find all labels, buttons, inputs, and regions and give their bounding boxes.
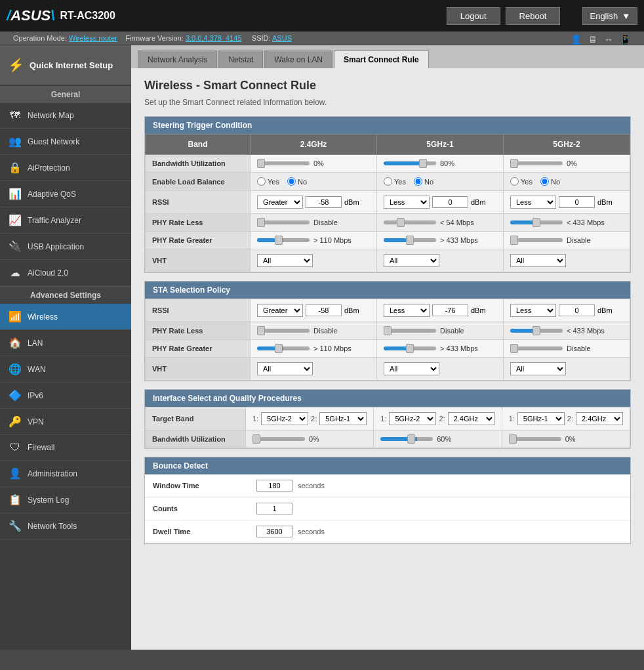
sidebar-item-ipv6[interactable]: 🔷 IPv6 [0,383,131,409]
op-mode-link[interactable]: Wireless router [69,34,117,42]
tb-52-1-select[interactable]: 5GHz-25GHz-12.4GHz [517,412,565,425]
logout-button[interactable]: Logout [447,7,500,25]
sidebar-item-wireless[interactable]: 📶 Wireless [0,304,131,330]
phy-greater-24-slider[interactable] [257,238,310,242]
lb-24-no[interactable]: No [287,177,307,186]
counts-input[interactable] [256,503,292,514]
lb-51-no[interactable]: No [414,177,433,186]
info-bar: Operation Mode: Wireless router Firmware… [0,31,644,45]
bw-52-slider[interactable] [510,161,563,165]
rssi-sta-51-op-select[interactable]: GreaterLess [384,304,430,317]
network-icon[interactable]: 🖥 [588,34,597,45]
sidebar-item-network-tools[interactable]: 🔧 Network Tools [0,513,131,539]
sidebar-item-lan[interactable]: 🏠 LAN [0,330,131,356]
dwell-time-input[interactable] [256,526,292,537]
bw-51-slider[interactable] [384,161,436,165]
vht-sta-24-select[interactable]: AllVHT onlynon-VHT [257,362,313,375]
tb-51-1-select[interactable]: 5GHz-25GHz-12.4GHz [389,412,436,425]
bw-52-cell: 0% [504,155,630,173]
sidebar-item-aiprotection[interactable]: 🔒 AiProtection [0,155,131,181]
lb-52-yes[interactable]: Yes [510,177,533,186]
reboot-button[interactable]: Reboot [506,7,561,25]
bw-24-slider[interactable] [257,161,310,165]
target-band-24-cell: 1: 5GHz-25GHz-12.4GHz 2: 5GHz-25GHz-12.4… [245,408,373,430]
phy-greater-sta-24-slider[interactable] [257,346,310,350]
phy-less-sta-51-value: Disable [440,327,464,335]
vht-sta-51-select[interactable]: AllVHT onlynon-VHT [384,362,439,375]
rssi-sta-52-input[interactable] [559,304,595,316]
sidebar-item-adaptive-qos[interactable]: 📊 Adaptive QoS [0,181,131,207]
window-time-input[interactable] [256,480,292,492]
rssi-sta-24-input[interactable] [306,304,342,316]
tb-24-2-select[interactable]: 5GHz-25GHz-12.4GHz [319,412,367,425]
phy-greater-51-slider[interactable] [384,238,436,242]
fw-link[interactable]: 3.0.0.4.378_4145 [186,34,242,42]
bw-isp-51-slider[interactable] [380,437,433,441]
sidebar-item-vpn[interactable]: 🔑 VPN [0,409,131,435]
lightning-icon: ⚡ [8,57,24,73]
rssi-sta-24-op-select[interactable]: GreaterLess [257,304,303,317]
bw-isp-52-slider[interactable] [509,437,561,441]
phy-less-sta-52-slider[interactable] [510,329,563,333]
table-row: VHT AllVHT onlynon-VHT AllVHT onlynon-VH… [146,358,630,381]
phy-less-52-slider[interactable] [510,220,563,224]
lb-52-cell: Yes No [504,173,630,191]
phy-greater-sta-52-slider[interactable] [510,346,563,350]
sidebar-item-guest-network[interactable]: 👥 Guest Network [0,129,131,155]
rssi-24-op-select[interactable]: GreaterLess [257,196,303,209]
phy-less-24-slider[interactable] [257,220,310,224]
phy-greater-sta-51-slider[interactable] [384,346,436,350]
tab-smart-connect-rule[interactable]: Smart Connect Rule [334,51,429,68]
network-map-icon: 🗺 [8,110,22,121]
sidebar-item-aicloud[interactable]: ☁ AiCloud 2.0 [0,260,131,286]
phy-less-sta-24-slider[interactable] [257,329,310,333]
sidebar-item-wan[interactable]: 🌐 WAN [0,356,131,383]
phy-less-51-slider[interactable] [384,220,436,224]
phy-greater-51-cell: > 433 Mbps [377,232,504,249]
rssi-51-input[interactable] [432,196,468,208]
table-row: RSSI GreaterLess dBm [146,299,630,322]
rssi-sta-52-op-select[interactable]: GreaterLess [510,304,556,317]
share-icon[interactable]: ↔ [604,34,613,45]
bw-isp-24-slider[interactable] [252,437,305,441]
user-icon[interactable]: 👤 [571,34,582,45]
rssi-sta-51-input[interactable] [432,304,468,316]
vht-51-select[interactable]: AllVHT onlynon-VHT [384,254,439,267]
tablet-icon[interactable]: 📱 [620,34,631,45]
sidebar-item-firewall[interactable]: 🛡 Firewall [0,435,131,461]
sidebar-item-system-log[interactable]: 📋 System Log [0,487,131,513]
sidebar-item-network-map[interactable]: 🗺 Network Map [0,103,131,129]
tb-52-2-select[interactable]: 5GHz-25GHz-12.4GHz [576,412,623,425]
sidebar-item-usb-application[interactable]: 🔌 USB Application [0,234,131,260]
lb-24-yes[interactable]: Yes [257,177,279,186]
rssi-51-op-select[interactable]: GreaterLess [384,196,430,209]
phy-greater-24-value: > 110 Mbps [313,236,352,244]
sidebar-item-traffic-analyzer[interactable]: 📈 Traffic Analyzer [0,207,131,234]
vht-52-cell: AllVHT onlynon-VHT [504,249,630,272]
lb-52-no[interactable]: No [540,177,560,186]
quick-internet-setup[interactable]: ⚡ Quick Internet Setup [0,45,131,85]
rssi-52-input[interactable] [559,196,595,208]
vht-24-select[interactable]: AllVHT onlynon-VHT [257,254,313,267]
phy-greater-52-slider[interactable] [510,238,563,242]
vht-sta-52-select[interactable]: AllVHT onlynon-VHT [510,362,566,375]
rssi-sta-24-unit: dBm [344,306,359,314]
rssi-sta-51-cell: GreaterLess dBm [377,299,504,322]
tab-netstat[interactable]: Netstat [218,51,263,68]
wireless-icon: 📶 [8,310,22,323]
ssid-link[interactable]: ASUS [272,34,292,42]
tb-51-2-select[interactable]: 5GHz-25GHz-12.4GHz [448,412,495,425]
table-row: PHY Rate Greater > 110 Mbps > [146,340,630,358]
lb-51-yes[interactable]: Yes [384,177,406,186]
vht-52-select[interactable]: AllVHT onlynon-VHT [510,254,566,267]
rssi-24-input[interactable] [306,196,342,208]
phy-less-sta-51-slider[interactable] [384,329,436,333]
table-row: VHT AllVHT onlynon-VHT [146,249,630,272]
tab-network-analysis[interactable]: Network Analysis [138,51,217,68]
language-select[interactable]: English ▼ [582,7,637,25]
tb-24-1-select[interactable]: 5GHz-25GHz-12.4GHz [261,412,308,425]
sidebar-item-administration[interactable]: 👤 Administration [0,461,131,487]
tab-wake-on-lan[interactable]: Wake on LAN [264,51,332,68]
rssi-52-op-select[interactable]: GreaterLess [510,196,556,209]
counts-label: Counts [153,505,251,513]
